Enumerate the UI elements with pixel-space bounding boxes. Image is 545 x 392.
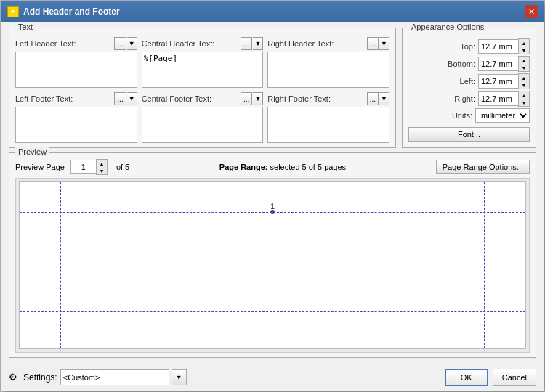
left-footer-input[interactable] <box>15 107 137 143</box>
preview-page-input[interactable] <box>70 160 96 174</box>
page-range-value: selected 5 of 5 pages <box>270 163 347 171</box>
central-footer-insert[interactable]: ... ▼ <box>241 92 263 105</box>
left-spin-group: ▲ ▼ <box>478 73 530 89</box>
left-footer-label: Left Footer Text: <box>15 94 73 103</box>
header-fields-row: Left Header Text: ... ▼ Central Header T… <box>15 37 389 88</box>
bottom-input[interactable] <box>478 57 518 71</box>
preview-group: Preview Preview Page ▲ ▼ of 5 Page Range… <box>9 152 536 358</box>
units-select[interactable]: millimeter <box>475 108 530 123</box>
bottom-spin-down[interactable]: ▼ <box>519 64 529 71</box>
right-spin-group: ▲ ▼ <box>478 91 530 107</box>
header-center-dot <box>270 210 275 214</box>
preview-page-down[interactable]: ▼ <box>97 167 107 174</box>
top-section-group: Text Left Header Text: ... ▼ <box>9 28 536 148</box>
left-spin-up[interactable]: ▲ <box>519 74 529 81</box>
central-header-group: Central Header Text: ... ▼ %[Page] <box>142 37 264 88</box>
right-footer-label: Right Footer Text: <box>267 94 331 103</box>
right-footer-dropdown-arrow[interactable]: ▼ <box>379 92 389 105</box>
central-footer-dropdown-arrow[interactable]: ▼ <box>253 92 263 105</box>
bottom-spin-arrows: ▲ ▼ <box>518 56 530 72</box>
settings-input[interactable] <box>60 369 169 385</box>
appearance-label: Appearance Options <box>408 23 487 31</box>
font-button[interactable]: Font... <box>408 127 530 142</box>
bottom-spin-up[interactable]: ▲ <box>519 57 529 64</box>
central-footer-group: Central Footer Text: ... ▼ <box>142 92 264 143</box>
dialog-content: Text Left Header Text: ... ▼ <box>1 22 544 364</box>
right-footer-input[interactable] <box>267 107 389 143</box>
right-header-dropdown-arrow[interactable]: ▼ <box>379 37 389 50</box>
footer-buttons: OK Cancel <box>445 369 536 386</box>
left-header-group: Left Header Text: ... ▼ <box>15 37 137 88</box>
text-section-label: Text <box>15 23 36 31</box>
preview-page-arrows: ▲ ▼ <box>96 159 108 175</box>
top-spin-group: ▲ ▼ <box>478 38 530 54</box>
add-header-footer-dialog: ✦ Add Header and Footer ✕ Text Left Head… <box>1 1 544 391</box>
left-footer-insert-btn[interactable]: ... <box>114 92 126 105</box>
text-section: Text Left Header Text: ... ▼ <box>9 28 396 148</box>
top-spin-arrows: ▲ ▼ <box>518 38 530 54</box>
preview-canvas: 1 <box>15 178 530 353</box>
left-margin-line <box>60 182 61 348</box>
left-footer-group: Left Footer Text: ... ▼ <box>15 92 137 143</box>
right-spin-up[interactable]: ▲ <box>519 91 529 99</box>
title-bar: ✦ Add Header and Footer ✕ <box>1 1 544 22</box>
right-margin-line <box>484 182 485 348</box>
page-range-info: Page Range: selected 5 of 5 pages <box>135 163 429 171</box>
central-header-input[interactable]: %[Page] <box>142 52 264 88</box>
settings-dropdown[interactable]: ▼ <box>172 369 187 385</box>
units-label: Units: <box>452 111 472 120</box>
right-margin-label: Right: <box>454 94 475 103</box>
left-header-input[interactable] <box>15 52 137 88</box>
right-header-group: Right Header Text: ... ▼ <box>267 37 389 88</box>
right-spin-down[interactable]: ▼ <box>519 99 529 106</box>
page-range-label: Page Range: <box>219 163 268 171</box>
preview-page: 1 <box>19 181 526 349</box>
top-input[interactable] <box>478 39 518 54</box>
left-header-insert[interactable]: ... ▼ <box>114 37 137 50</box>
central-footer-input[interactable] <box>142 107 264 143</box>
bottom-label: Bottom: <box>448 60 475 68</box>
bottom-spin-group: ▲ ▼ <box>478 56 530 72</box>
settings-group: ⚙ Settings: ▼ <box>9 369 187 385</box>
settings-label: Settings: <box>23 372 57 383</box>
left-header-label: Left Header Text: <box>15 39 76 48</box>
ok-button[interactable]: OK <box>445 369 488 386</box>
preview-page-spin: ▲ ▼ <box>70 159 108 175</box>
right-footer-insert-btn[interactable]: ... <box>367 92 379 105</box>
right-footer-insert[interactable]: ... ▼ <box>367 92 389 105</box>
dialog-title: Add Header and Footer <box>23 7 120 17</box>
right-header-insert[interactable]: ... ▼ <box>367 37 389 50</box>
central-header-dropdown-arrow[interactable]: ▼ <box>253 37 263 50</box>
settings-icon: ⚙ <box>9 372 20 383</box>
right-header-insert-btn[interactable]: ... <box>367 37 379 50</box>
right-footer-group: Right Footer Text: ... ▼ <box>267 92 389 143</box>
right-spin-arrows: ▲ ▼ <box>518 91 530 107</box>
left-spin-arrows: ▲ ▼ <box>518 73 530 89</box>
left-input[interactable] <box>478 74 518 89</box>
right-header-input[interactable] <box>267 52 389 88</box>
preview-label: Preview <box>15 147 49 156</box>
preview-page-up[interactable]: ▲ <box>97 160 107 167</box>
left-footer-dropdown-arrow[interactable]: ▼ <box>127 92 137 105</box>
preview-page-label: Preview Page <box>15 163 65 171</box>
left-header-insert-btn[interactable]: ... <box>114 37 126 50</box>
preview-controls: Preview Page ▲ ▼ of 5 Page Range: select… <box>15 159 530 175</box>
central-footer-insert-btn[interactable]: ... <box>241 92 252 105</box>
left-footer-insert[interactable]: ... ▼ <box>114 92 137 105</box>
top-spin-up[interactable]: ▲ <box>519 39 529 46</box>
central-header-insert-btn[interactable]: ... <box>241 37 252 50</box>
preview-of-text: of 5 <box>116 163 129 171</box>
cancel-button[interactable]: Cancel <box>493 369 536 386</box>
dialog-footer: ⚙ Settings: ▼ OK Cancel <box>1 364 544 391</box>
right-input[interactable] <box>478 91 518 106</box>
top-label: Top: <box>460 42 475 51</box>
left-spin-down[interactable]: ▼ <box>519 81 529 89</box>
dialog-icon: ✦ <box>7 6 19 17</box>
central-footer-label: Central Footer Text: <box>142 94 211 103</box>
central-header-insert[interactable]: ... ▼ <box>241 37 263 50</box>
close-button[interactable]: ✕ <box>525 5 538 18</box>
central-header-label: Central Header Text: <box>142 39 215 48</box>
page-range-options-button[interactable]: Page Range Options... <box>436 160 530 174</box>
left-header-dropdown-arrow[interactable]: ▼ <box>127 37 137 50</box>
top-spin-down[interactable]: ▼ <box>519 46 529 54</box>
